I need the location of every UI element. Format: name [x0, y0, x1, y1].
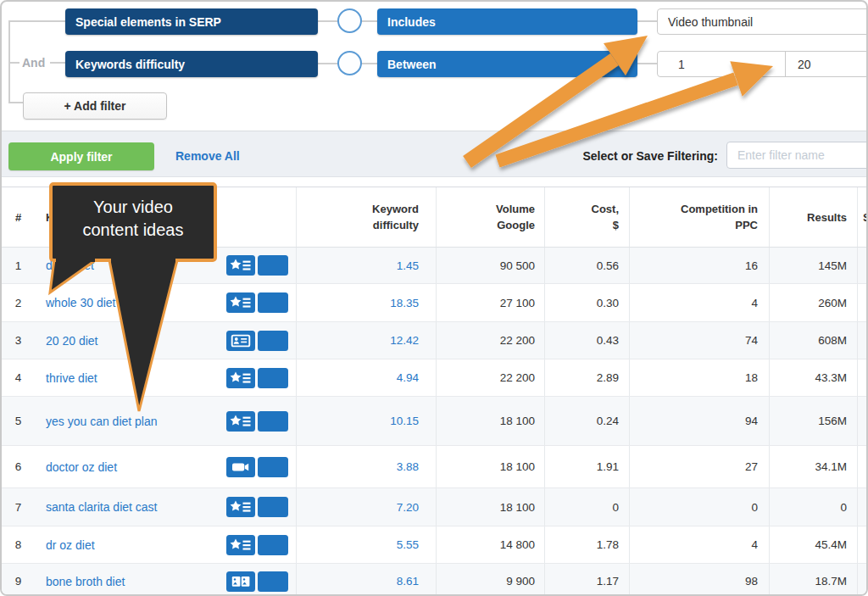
filter-operator-between[interactable]: Between	[377, 51, 637, 77]
table-row: 1dash diet1.4590 5000.5616145M	[2, 248, 868, 283]
row-number: 1	[2, 248, 35, 283]
results-value: 260M	[769, 284, 857, 321]
cost-value: 1.78	[544, 526, 629, 563]
serp-feature-blank-icon	[258, 497, 288, 517]
serp-features-cell	[224, 526, 296, 563]
next-column-cut	[857, 526, 868, 563]
row-number: 2	[2, 284, 35, 321]
cost-value: 1.91	[544, 446, 629, 487]
keyword-cell: whole 30 diet	[35, 284, 224, 321]
featured-snippet-icon	[226, 255, 255, 276]
serp-feature-blank-icon	[258, 292, 288, 313]
keyword-difficulty-value: 8.61	[296, 564, 436, 596]
header-keyword[interactable]: Keyword	[35, 187, 224, 247]
keyword-difficulty-value: 10.15	[296, 397, 436, 445]
serp-feature-blank-icon	[258, 457, 288, 477]
filter-name-input[interactable]	[726, 142, 868, 169]
keyword-link[interactable]: bone broth diet	[46, 575, 125, 588]
serp-features-cell	[224, 284, 296, 321]
action-strip: Apply filter Remove All Select or Save F…	[2, 131, 868, 177]
results-value: 608M	[769, 322, 857, 359]
connector-line	[637, 20, 657, 22]
cost-value: 0.30	[544, 284, 629, 321]
next-column-cut	[857, 488, 868, 526]
results-value: 18.7M	[769, 564, 857, 596]
table-row: 4thrive diet4.9422 2002.891843.3M	[2, 359, 868, 396]
competition-value: 4	[629, 526, 769, 563]
keyword-link[interactable]: whole 30 diet	[46, 296, 116, 309]
keyword-link[interactable]: santa clarita diet cast	[46, 500, 158, 514]
serp-feature-blank-icon	[258, 571, 288, 592]
video-icon	[226, 457, 255, 477]
keyword-difficulty-value: 7.20	[296, 488, 436, 526]
keyword-cell: doctor oz diet	[35, 446, 224, 487]
bracket-line	[8, 20, 65, 22]
serp-feature-blank-icon	[258, 535, 288, 555]
filter-toggle-circle[interactable]	[337, 51, 362, 75]
featured-snippet-icon	[226, 368, 255, 388]
featured-snippet-icon	[226, 497, 255, 517]
remove-all-link[interactable]: Remove All	[175, 149, 240, 163]
filter-value-input[interactable]	[657, 8, 868, 35]
keyword-link[interactable]: thrive diet	[46, 371, 97, 385]
volume-value: 9 900	[436, 564, 544, 596]
range-to-input[interactable]	[786, 52, 868, 76]
row-number: 3	[2, 322, 35, 359]
header-num: #	[2, 187, 35, 247]
row-number: 4	[2, 359, 35, 396]
filter-field-keywords-difficulty[interactable]: Keywords difficulty	[65, 51, 318, 77]
competition-value: 18	[629, 359, 769, 396]
keyword-link[interactable]: 20 20 diet	[46, 334, 98, 348]
volume-value: 22 200	[436, 322, 544, 359]
competition-value: 0	[629, 488, 769, 526]
competition-value: 74	[629, 322, 769, 359]
next-column-cut	[857, 248, 868, 283]
add-filter-button[interactable]: + Add filter	[23, 92, 167, 120]
table-row: 320 20 diet12.4222 2000.4374608M	[2, 321, 868, 359]
featured-snippet-icon	[226, 535, 255, 555]
range-from-input[interactable]	[658, 52, 786, 76]
save-filtering-label: Select or Save Filtering:	[583, 149, 719, 163]
filter-toggle-circle[interactable]	[337, 8, 362, 33]
filter-field-special-elements[interactable]: Special elements in SERP	[65, 8, 318, 35]
header-volume-google[interactable]: Volume Google	[436, 187, 544, 247]
cost-value: 0.56	[544, 248, 629, 283]
serp-features-cell	[224, 322, 296, 359]
competition-value: 98	[629, 564, 769, 596]
header-next-cut: S	[857, 187, 868, 247]
cost-value: 1.17	[544, 564, 629, 596]
header-keyword-difficulty[interactable]: Keyword difficulty	[296, 187, 436, 247]
cost-value: 0	[544, 488, 629, 526]
apply-filter-button[interactable]: Apply filter	[8, 142, 154, 170]
featured-snippet-icon	[226, 292, 255, 313]
next-column-cut	[857, 322, 868, 359]
bracket-line	[8, 62, 19, 64]
row-number: 6	[2, 446, 35, 487]
image-pack-icon	[226, 571, 255, 592]
competition-value: 27	[629, 446, 769, 487]
keyword-link[interactable]: dash diet	[46, 259, 94, 272]
keyword-cell: santa clarita diet cast	[35, 488, 224, 526]
serp-features-cell	[224, 248, 296, 283]
filter-operator-includes[interactable]: Includes	[377, 8, 637, 35]
serp-features-cell	[224, 488, 296, 526]
header-results[interactable]: Results	[769, 187, 857, 247]
keyword-link[interactable]: dr oz diet	[46, 538, 95, 552]
competition-value: 94	[629, 397, 769, 445]
header-cost[interactable]: Cost, $	[544, 187, 629, 247]
volume-value: 27 100	[436, 284, 544, 321]
table-body: 1dash diet1.4590 5000.5616145M2whole 30 …	[2, 248, 868, 596]
serp-features-cell	[224, 359, 296, 396]
header-competition-ppc[interactable]: Competition in PPC	[629, 187, 769, 247]
competition-value: 16	[629, 248, 769, 283]
keyword-difficulty-value: 5.55	[296, 526, 436, 563]
results-value: 145M	[769, 248, 857, 283]
bracket-line	[8, 102, 23, 103]
keyword-link[interactable]: doctor oz diet	[46, 460, 117, 474]
cost-value: 2.89	[544, 359, 629, 396]
keyword-link[interactable]: yes you can diet plan	[46, 415, 158, 428]
and-operator-label: And	[22, 56, 45, 70]
keyword-research-tool: And Special elements in SERP Includes Ke…	[0, 0, 868, 596]
bracket-line	[50, 62, 65, 64]
table-row: 9bone broth diet8.619 9001.179818.7M	[2, 563, 868, 596]
